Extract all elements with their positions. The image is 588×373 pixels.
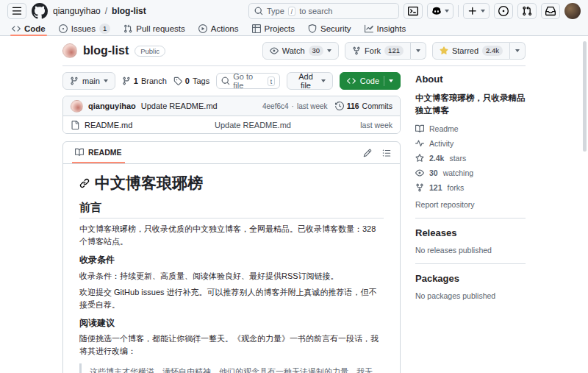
repo-owner-avatar[interactable] [62, 43, 77, 58]
branch-selector-button[interactable]: main [62, 72, 115, 90]
global-search-input[interactable]: Type / to search [248, 3, 399, 19]
code-label: Code [360, 77, 379, 85]
paragraph: 收录条件：持续更新、高质量、阅读体验良好、最好提供RSS订阅链接。 [79, 270, 384, 283]
fork-button[interactable]: Fork 121 [345, 42, 411, 60]
branch-count: 1 [134, 77, 138, 85]
tab-pull-requests[interactable]: Pull requests [118, 22, 190, 35]
actions-icon [198, 24, 207, 33]
subsection-heading: 收录条件 [79, 255, 384, 266]
code-icon [347, 77, 356, 85]
report-repository-link[interactable]: Report repository [415, 200, 526, 209]
fork-label: Fork [365, 46, 381, 55]
sidebar-item-watching[interactable]: 30 watching [415, 168, 526, 177]
breadcrumb-repo[interactable]: blog-list [112, 6, 146, 16]
outline-icon[interactable] [382, 149, 391, 157]
tags-link[interactable]: 0 Tags [173, 77, 209, 85]
create-new-button[interactable] [463, 3, 490, 19]
commit-author[interactable]: qianguyihao [88, 102, 136, 110]
paragraph: 随便挑选一个博客，都能让你徜徉一整天。《观念的力量》一书的前言有一段话，我将其进… [79, 333, 384, 358]
tab-code[interactable]: Code [6, 22, 51, 35]
global-header: qianguyihao / blog-list Type / to search [0, 0, 588, 22]
sidebar-item-forks[interactable]: 121 forks [415, 183, 526, 192]
tab-label: Security [320, 24, 351, 33]
star-button[interactable]: Starred 2.4k [432, 42, 510, 60]
pencil-icon[interactable] [363, 149, 372, 157]
commit-separator: · [292, 102, 294, 110]
star-icon [440, 46, 448, 55]
commits-label: Commits [362, 102, 392, 110]
file-icon [71, 121, 79, 129]
commit-history-link[interactable]: 116 Commits [335, 102, 392, 110]
commit-meta: 4eef6c4 · last week 116 Commits [262, 102, 392, 110]
hamburger-menu-button[interactable] [7, 3, 26, 19]
section-heading: 前言 [79, 201, 384, 219]
branches-link[interactable]: 1 Branch [122, 77, 167, 85]
inbox-button[interactable] [541, 3, 560, 19]
tab-actions[interactable]: Actions [193, 22, 245, 35]
tab-security[interactable]: Security [302, 22, 357, 35]
go-to-file-input[interactable]: Go to file t [216, 73, 280, 89]
readme-title: 中文博客琅琊榜 [95, 173, 203, 193]
watch-button[interactable]: Watch 30 [262, 42, 339, 60]
tab-readme[interactable]: README [72, 142, 125, 163]
tab-projects[interactable]: Projects [246, 22, 301, 35]
fork-icon [415, 183, 424, 192]
releases-title: Releases [415, 227, 526, 238]
fork-count: 121 [384, 46, 404, 56]
watch-label: Watch [282, 46, 305, 55]
tag-count: 0 [185, 77, 190, 85]
readme-link-label: Readme [429, 124, 459, 133]
tab-insights[interactable]: Insights [359, 22, 412, 35]
file-browser: qianguyihao Update README.md 4eef6c4 · l… [62, 96, 401, 134]
file-name: README.md [85, 121, 132, 129]
commit-time: last week [297, 102, 328, 110]
commit-message[interactable]: Update README.md [141, 102, 218, 110]
breadcrumb: qianguyihao / blog-list [53, 6, 146, 16]
star-label: Starred [452, 46, 478, 55]
watching-count: 30 [429, 168, 438, 177]
file-name-link[interactable]: README.md [71, 121, 210, 129]
latest-commit-row: qianguyihao Update README.md 4eef6c4 · l… [63, 96, 400, 116]
readme-panel: README 中文博客琅琊榜 前言 中文博客琅琊榜，只收录优 [62, 141, 401, 373]
file-commit-message[interactable]: Update README.md [215, 121, 356, 129]
security-icon [308, 24, 317, 33]
your-issues-button[interactable] [494, 3, 513, 19]
button-divider [384, 76, 384, 86]
link-icon[interactable] [79, 178, 90, 188]
add-file-button[interactable]: Add file [287, 72, 332, 90]
repo-name[interactable]: blog-list [83, 44, 129, 57]
pull-request-icon [123, 24, 132, 33]
packages-empty-text: No packages published [415, 291, 526, 300]
search-placeholder-suffix: to search [299, 7, 332, 15]
watch-count: 30 [309, 46, 324, 56]
scrollbar[interactable] [583, 41, 587, 152]
code-button[interactable]: Code [340, 72, 401, 90]
forks-count: 121 [429, 183, 442, 192]
search-placeholder-prefix: Type [267, 7, 284, 15]
subsection-heading: 阅读建议 [79, 318, 384, 330]
commit-hash-time[interactable]: 4eef6c4 · last week [262, 102, 328, 110]
branch-icon [70, 77, 79, 85]
book-icon [75, 148, 84, 157]
tab-label: Actions [211, 24, 239, 33]
projects-icon [252, 24, 261, 33]
caret-icon [481, 10, 485, 13]
your-pull-requests-button[interactable] [517, 3, 537, 19]
about-title: About [415, 74, 526, 85]
sidebar-item-activity[interactable]: Activity [415, 139, 526, 148]
star-dropdown-button[interactable] [510, 42, 526, 60]
copilot-button[interactable] [427, 3, 453, 19]
github-repo-page: qianguyihao / blog-list Type / to search… [0, 0, 588, 373]
sidebar-item-readme[interactable]: Readme [415, 124, 526, 133]
breadcrumb-owner[interactable]: qianguyihao [53, 6, 101, 16]
fork-dropdown-button[interactable] [411, 42, 426, 60]
tab-issues[interactable]: Issues1 [53, 22, 117, 35]
sidebar-item-stars[interactable]: 2.4k stars [415, 154, 526, 163]
commit-author-avatar[interactable] [71, 100, 83, 113]
search-icon [221, 77, 230, 85]
command-palette-button[interactable] [404, 3, 423, 19]
breadcrumb-separator: / [105, 6, 107, 16]
github-logo-icon[interactable] [32, 3, 48, 19]
user-avatar[interactable] [564, 3, 581, 19]
fork-button-group: Fork 121 [345, 42, 426, 60]
